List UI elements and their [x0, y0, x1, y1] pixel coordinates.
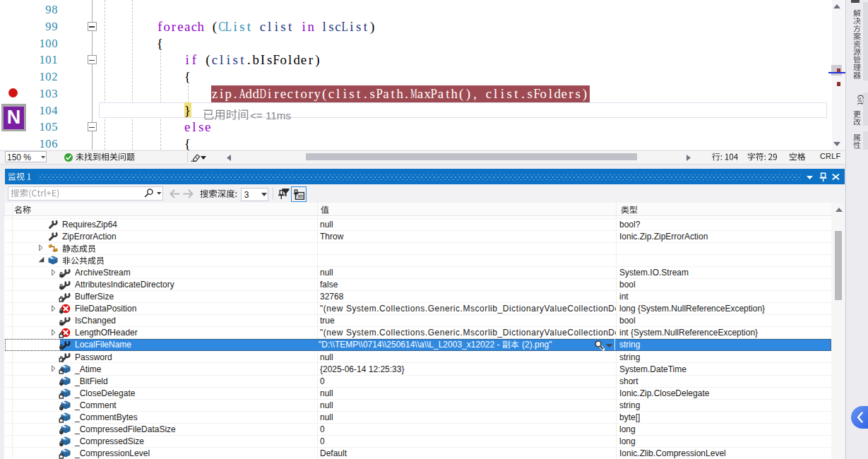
svg-text:ab: ab: [297, 193, 303, 199]
